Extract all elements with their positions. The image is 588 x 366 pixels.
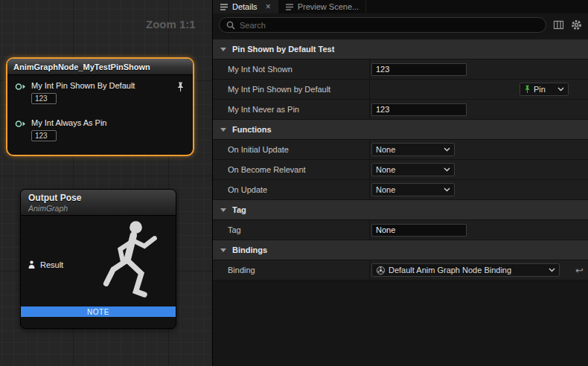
reset-to-default-icon[interactable]: ↩ — [575, 266, 584, 275]
property-label: My Int Never as Pin — [213, 100, 369, 119]
anim-graph-canvas[interactable]: Zoom 1:1 AnimGraphNode_MyTestPinShown My… — [0, 0, 212, 366]
pin-value-input[interactable] — [31, 130, 57, 141]
tag-input[interactable] — [371, 224, 467, 237]
search-input[interactable] — [240, 21, 539, 30]
chevron-down-icon — [557, 87, 564, 92]
section-header-pin-shown-by-default-test[interactable]: Pin Shown by Default Test — [213, 39, 588, 60]
node-title: Output Pose — [28, 193, 168, 203]
property-label: On Become Relevant — [213, 160, 369, 179]
my-int-never-as-pin-input[interactable] — [371, 103, 467, 116]
tab-bar: Details × Preview Scene... — [213, 0, 588, 13]
chevron-down-icon — [220, 208, 227, 213]
node-pin-row: My Int Always As Pin — [7, 112, 193, 141]
node-title: AnimGraphNode_MyTestPinShown — [13, 62, 150, 71]
running-mannequin-image — [86, 217, 170, 311]
section-header-functions[interactable]: Functions — [213, 120, 588, 140]
property-row-on-become-relevant: On Become Relevant None — [213, 160, 588, 180]
chevron-down-icon — [549, 268, 555, 272]
details-toolbar — [213, 13, 588, 36]
details-panel: Details × Preview Scene... — [212, 0, 588, 366]
property-row-on-initial-update: On Initial Update None — [213, 140, 588, 160]
int-pin-icon[interactable] — [15, 120, 26, 128]
property-label: My Int Not Shown — [213, 60, 369, 79]
my-int-not-shown-input[interactable] — [371, 63, 467, 76]
chevron-down-icon — [220, 248, 227, 253]
on-update-dropdown[interactable]: None — [371, 183, 455, 196]
chevron-down-icon — [220, 47, 227, 52]
note-banner[interactable]: NOTE — [21, 306, 176, 317]
chevron-down-icon — [444, 167, 450, 172]
property-row-on-update: On Update None — [213, 180, 588, 200]
int-pin-icon[interactable] — [15, 83, 26, 91]
property-row-my-int-never-as-pin: My Int Never as Pin — [213, 100, 588, 120]
chevron-down-icon — [220, 127, 227, 132]
search-box[interactable] — [219, 17, 546, 33]
property-label: On Update — [213, 180, 369, 199]
property-label: Binding — [213, 260, 369, 280]
details-tab-icon — [220, 2, 229, 11]
pin-label: My Int Always As Pin — [31, 118, 173, 128]
chevron-down-icon — [444, 147, 450, 152]
tab-preview-scene[interactable]: Preview Scene... — [278, 0, 367, 13]
search-icon — [226, 21, 235, 30]
pin-value-input[interactable] — [31, 93, 57, 104]
binding-dropdown[interactable]: Default Anim Graph Node Binding — [371, 263, 560, 277]
graph-node-anim-test-pin-shown[interactable]: AnimGraphNode_MyTestPinShown My Int Pin … — [6, 57, 194, 156]
display-options-icon[interactable] — [553, 20, 564, 30]
chevron-down-icon — [444, 187, 450, 192]
property-row-my-int-pin-shown-by-default: My Int Pin Shown by Default Pin — [213, 80, 588, 100]
node-pin-row: My Int Pin Shown By Default — [7, 75, 193, 104]
close-tab-icon[interactable]: × — [266, 2, 271, 11]
pushpin-icon[interactable] — [176, 82, 185, 92]
settings-gear-icon[interactable] — [571, 19, 582, 30]
property-row-tag: Tag — [213, 220, 588, 240]
preview-scene-tab-icon — [285, 2, 294, 11]
zoom-level-label: Zoom 1:1 — [146, 18, 196, 30]
result-pin[interactable]: Result — [28, 260, 63, 269]
property-label: My Int Pin Shown by Default — [213, 80, 369, 99]
tab-details[interactable]: Details × — [213, 0, 278, 13]
node-title-bar[interactable]: Output Pose AnimGraph — [21, 190, 176, 216]
property-row-my-int-not-shown: My Int Not Shown — [213, 60, 588, 80]
pin-mode-dropdown[interactable]: Pin — [520, 83, 569, 96]
pose-pin-icon — [28, 260, 36, 269]
section-header-bindings[interactable]: Bindings — [213, 240, 588, 260]
pin-label: My Int Pin Shown By Default — [31, 81, 173, 91]
unreal-editor-window: Zoom 1:1 AnimGraphNode_MyTestPinShown My… — [0, 0, 588, 366]
binding-icon — [376, 266, 386, 275]
section-header-tag[interactable]: Tag — [213, 200, 588, 220]
pin-icon — [524, 85, 531, 94]
node-subtitle: AnimGraph — [28, 204, 168, 213]
node-title-bar[interactable]: AnimGraphNode_MyTestPinShown — [7, 59, 193, 75]
node-body: Result NOTE — [21, 216, 176, 317]
on-become-relevant-dropdown[interactable]: None — [371, 163, 455, 176]
property-label: Tag — [213, 220, 369, 240]
on-initial-update-dropdown[interactable]: None — [371, 143, 455, 156]
property-row-binding: Binding Default Anim Graph Node Binding — [213, 260, 588, 280]
result-pin-label: Result — [40, 260, 63, 269]
property-grid: Pin Shown by Default Test My Int Not Sho… — [213, 39, 588, 280]
property-label: On Initial Update — [213, 140, 369, 159]
graph-node-output-pose[interactable]: Output Pose AnimGraph — [20, 189, 176, 329]
